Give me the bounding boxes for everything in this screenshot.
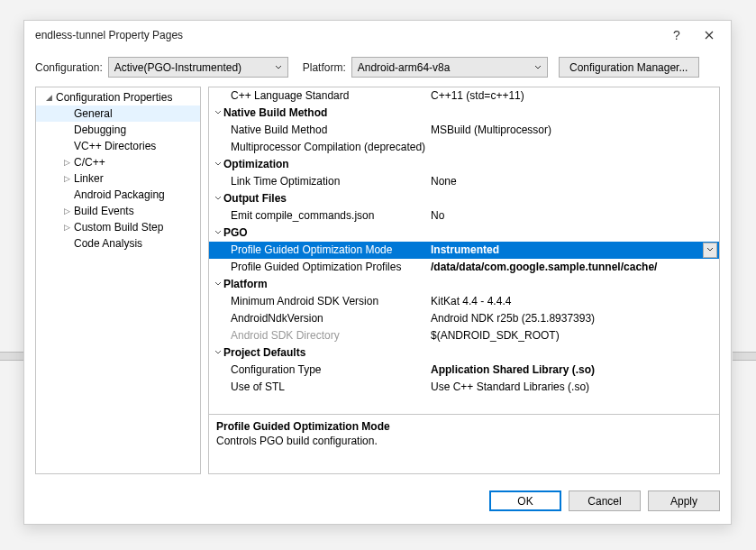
collapse-icon[interactable] [209, 109, 223, 116]
collapse-icon[interactable] [209, 349, 223, 356]
property-value: $(ANDROID_SDK_ROOT) [431, 329, 719, 342]
ok-button[interactable]: OK [489, 490, 561, 511]
property-value: /data/data/com.google.sample.tunnel/cach… [431, 261, 719, 273]
platform-label: Platform: [303, 61, 346, 74]
property-value: Android NDK r25b (25.1.8937393) [431, 312, 719, 325]
collapse-icon[interactable] [209, 280, 223, 288]
tree-item-label: Android Packaging [72, 188, 165, 201]
tree-item[interactable]: ▷Build Events [36, 203, 200, 219]
property-value: C++11 (std=c++11) [431, 89, 719, 102]
tree-item[interactable]: ▷C/C++ [36, 154, 200, 170]
property-label: Android SDK Directory [231, 329, 340, 342]
property-row[interactable]: C++ Language StandardC++11 (std=c++11) [209, 87, 719, 105]
property-row[interactable]: Android SDK Directory$(ANDROID_SDK_ROOT) [209, 327, 719, 344]
titlebar: endless-tunnel Property Pages ? [24, 21, 731, 50]
property-row[interactable]: Use of STLUse C++ Standard Libraries (.s… [209, 379, 719, 396]
description-title: Profile Guided Optimization Mode [216, 420, 712, 433]
collapse-icon[interactable] [209, 160, 223, 168]
group-label: PGO [223, 226, 248, 239]
expand-icon[interactable]: ▷ [61, 174, 72, 183]
expand-icon[interactable]: ▷ [61, 158, 72, 167]
dialog-footer: OK Cancel Apply [24, 481, 731, 524]
configuration-label: Configuration: [35, 61, 103, 74]
property-label: Native Build Method [231, 124, 327, 136]
property-label: Use of STL [231, 380, 285, 393]
platform-value: Android-arm64-v8a [358, 61, 451, 74]
tree-root[interactable]: ◢ Configuration Properties [36, 89, 200, 105]
property-row[interactable]: Emit compile_commands.jsonNo [209, 207, 719, 225]
tree-item-label: Debugging [72, 124, 126, 136]
dropdown-button[interactable] [703, 243, 717, 258]
configuration-value: Active(PGO-Instrumented) [114, 61, 241, 74]
property-value: Application Shared Library (.so) [431, 363, 719, 376]
property-group[interactable]: PGO [209, 225, 719, 242]
tree-item[interactable]: VC++ Directories [36, 138, 200, 154]
group-label: Native Build Method [223, 106, 327, 119]
property-group[interactable]: Output Files [209, 190, 719, 207]
apply-button[interactable]: Apply [648, 490, 720, 511]
group-label: Project Defaults [223, 346, 305, 359]
configuration-manager-button[interactable]: Configuration Manager... [559, 57, 699, 78]
collapse-icon[interactable] [209, 229, 223, 236]
property-grid[interactable]: C++ Language StandardC++11 (std=c++11)Na… [208, 87, 720, 415]
property-value: None [431, 175, 719, 188]
group-label: Output Files [223, 192, 287, 205]
configuration-combo[interactable]: Active(PGO-Instrumented) [108, 57, 288, 78]
category-tree[interactable]: ◢ Configuration Properties GeneralDebugg… [35, 87, 201, 474]
property-row[interactable]: AndroidNdkVersionAndroid NDK r25b (25.1.… [209, 310, 719, 327]
platform-combo[interactable]: Android-arm64-v8a [351, 57, 548, 78]
close-button[interactable] [693, 23, 725, 48]
tree-item[interactable]: Debugging [36, 122, 200, 138]
tree-item-label: C/C++ [72, 156, 105, 169]
property-group[interactable]: Platform [209, 276, 719, 293]
group-label: Optimization [223, 158, 289, 170]
property-label: Minimum Android SDK Version [231, 295, 378, 307]
property-value: Use C++ Standard Libraries (.so) [431, 380, 719, 393]
tree-item-label: Code Analysis [72, 237, 142, 250]
expand-icon[interactable]: ▷ [61, 223, 72, 232]
property-row[interactable]: Profile Guided Optimization Profiles/dat… [209, 259, 719, 276]
toolbar: Configuration: Active(PGO-Instrumented) … [24, 50, 731, 87]
tree-item[interactable]: ▷Custom Build Step [36, 219, 200, 235]
expand-icon[interactable]: ▷ [61, 206, 72, 215]
property-label: Configuration Type [231, 363, 322, 376]
property-row[interactable]: Profile Guided Optimization ModeInstrume… [209, 242, 719, 259]
collapse-icon[interactable] [209, 195, 223, 202]
property-label: Emit compile_commands.json [231, 209, 374, 222]
group-label: Platform [223, 278, 268, 290]
property-label: Link Time Optimization [231, 175, 340, 188]
close-icon [705, 31, 714, 40]
chevron-down-icon [534, 61, 542, 74]
property-row[interactable]: Minimum Android SDK VersionKitKat 4.4 - … [209, 293, 719, 310]
property-value: Instrumented [431, 243, 719, 256]
chevron-down-icon [275, 61, 282, 74]
property-label: AndroidNdkVersion [231, 312, 323, 325]
help-button[interactable]: ? [660, 23, 693, 48]
cancel-button[interactable]: Cancel [569, 490, 641, 511]
property-row[interactable]: Native Build MethodMSBuild (Multiprocess… [209, 122, 719, 139]
property-pages-dialog: endless-tunnel Property Pages ? Configur… [23, 20, 732, 525]
window-title: endless-tunnel Property Pages [35, 29, 660, 41]
tree-item-label: Build Events [72, 205, 134, 217]
chevron-down-icon [706, 246, 714, 253]
property-value: KitKat 4.4 - 4.4.4 [431, 295, 719, 307]
tree-item-label: General [72, 107, 113, 120]
tree-item[interactable]: General [36, 105, 200, 122]
tree-item[interactable]: Android Packaging [36, 187, 200, 203]
property-group[interactable]: Native Build Method [209, 105, 719, 122]
property-row[interactable]: Configuration TypeApplication Shared Lib… [209, 362, 719, 379]
property-label: Profile Guided Optimization Profiles [231, 261, 401, 273]
property-label: C++ Language Standard [231, 89, 349, 102]
property-group[interactable]: Optimization [209, 156, 719, 173]
content-area: ◢ Configuration Properties GeneralDebugg… [24, 87, 731, 481]
property-row[interactable]: Multiprocessor Compilation (deprecated) [209, 139, 719, 156]
tree-item-label: Linker [72, 172, 104, 185]
property-grid-area: C++ Language StandardC++11 (std=c++11)Na… [208, 87, 720, 474]
tree-item-label: Custom Build Step [72, 221, 163, 234]
property-row[interactable]: Link Time OptimizationNone [209, 173, 719, 190]
tree-item[interactable]: ▷Linker [36, 170, 200, 187]
description-panel: Profile Guided Optimization Mode Control… [208, 415, 720, 474]
tree-item[interactable]: Code Analysis [36, 235, 200, 252]
property-group[interactable]: Project Defaults [209, 344, 719, 362]
collapse-icon[interactable]: ◢ [43, 93, 54, 102]
